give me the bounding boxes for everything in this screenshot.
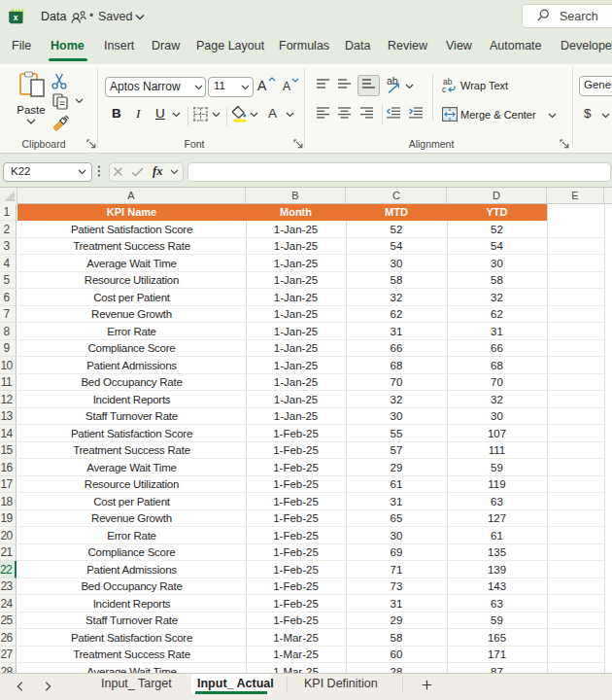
svg-text:x: x xyxy=(14,13,18,22)
